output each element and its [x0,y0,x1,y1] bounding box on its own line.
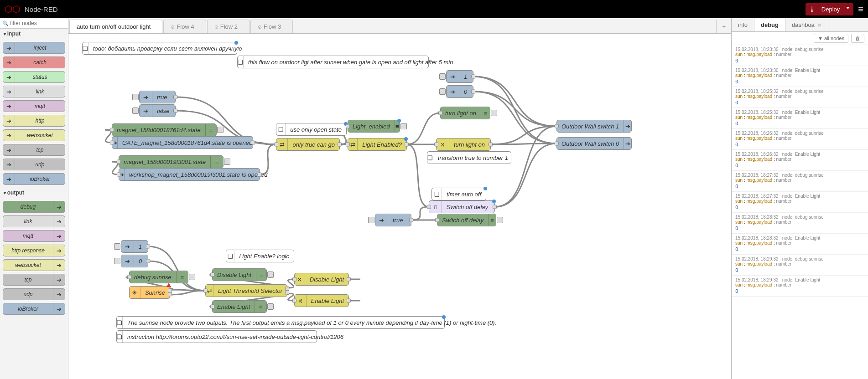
inject-0[interactable]: ➔0 [446,85,473,98]
iobroker-node[interactable]: ➔workshop_magnet_158d00019f3001.state Is… [119,168,260,181]
debug-message[interactable]: 15.02.2018, 18:25:32 node: Enable Lights… [732,108,868,129]
debug-node[interactable]: magnet_158d00019f3001.state≡ [119,155,223,168]
inject-button[interactable] [368,217,374,223]
inject-button[interactable] [114,243,120,250]
debug-toggle[interactable] [267,303,274,310]
tab-info[interactable]: info [732,18,754,31]
palette-node-status[interactable]: ➔status [3,71,65,83]
inject-true[interactable]: ➔true [139,91,176,103]
debug-node[interactable]: debug sunrise≡ [129,271,188,283]
deploy-button[interactable]: ⭳ Deploy [806,3,853,15]
debug-toggle[interactable] [497,217,503,223]
inject-1[interactable]: ➔1 [121,240,148,253]
tab-dashboard[interactable]: dashboa✕ [785,18,828,31]
debug-node[interactable]: turn light on≡ [440,107,490,119]
canvas[interactable]: ❏todo: добавить проверку если свет включ… [68,34,731,379]
debug-message[interactable]: 15.02.2018, 18:27:32 node: Enable Lights… [732,192,868,213]
change-node[interactable]: ⤨Disable Light [294,273,349,286]
debug-message[interactable]: 15.02.2018, 18:29:32 node: debug sunrise… [732,255,868,276]
palette-node-inject[interactable]: ➔inject [3,42,65,54]
change-node[interactable]: ⤨turn light on [436,138,491,151]
comment-node[interactable]: ❏Light Enable? logic [226,250,294,262]
debug-toggle[interactable] [224,159,230,165]
debug-message[interactable]: 15.02.2018, 18:27:32 node: debug sunrise… [732,171,868,192]
palette-node-http[interactable]: ➔http [3,115,65,127]
palette-node-tcp[interactable]: ➔tcp [3,144,65,156]
palette-node-ioBroker[interactable]: ioBroker➔ [3,303,65,315]
debug-toggle[interactable] [267,271,274,278]
debug-toggle[interactable] [217,127,223,133]
debug-message[interactable]: 15.02.2018, 18:29:32 node: Enable Lights… [732,276,868,297]
search-icon: 🔍 [2,20,9,26]
palette-node-link[interactable]: link➔ [3,215,65,227]
debug-toggle[interactable] [400,123,407,129]
change-node[interactable]: ⤨Enable Light [294,294,349,307]
clear-debug-button[interactable]: 🗑 [851,34,864,43]
comment-node[interactable]: ❏The sunrise node provide two outputs. T… [116,316,445,329]
switch-node[interactable]: ⇄only true can go [276,138,340,151]
tab-debug[interactable]: debug [754,18,785,31]
palette-node-udp[interactable]: udp➔ [3,288,65,300]
inject-0[interactable]: ➔0 [121,255,148,267]
switch-node[interactable]: ⇄Light Threshold Selector [205,284,287,297]
flow-tab[interactable]: ⊘Flow 4 [163,20,206,33]
sunrise-node[interactable]: ☀Sunrise [129,286,170,299]
palette-category-output[interactable]: output [0,188,68,198]
debug-node[interactable]: Enable Light≡ [212,300,267,313]
inject-button[interactable] [132,94,139,100]
add-flow-button[interactable]: + [716,20,731,33]
palette-node-debug[interactable]: debug➔ [3,201,65,213]
comment-node[interactable]: ❏use only open state [276,123,347,136]
menu-icon[interactable]: ≡ [858,4,863,15]
debug-node[interactable]: Switch off delay≡ [437,214,496,226]
switch-node[interactable]: ⇄Light Enabled? [348,138,407,151]
inject-true[interactable]: ➔true [375,214,411,226]
debug-toggle[interactable] [491,110,497,116]
flow-tab[interactable]: auto turn on/off outdoor light [69,20,162,33]
iobroker-out[interactable]: Outdoor Wall switch 0➔ [556,137,632,150]
close-icon[interactable]: ✕ [817,22,821,28]
debug-message[interactable]: 15.02.2018, 18:26:32 node: Enable Lights… [732,150,868,171]
palette-node-websocket[interactable]: ➔websocket [3,129,65,141]
palette-node-ioBroker[interactable]: ➔ioBroker [3,173,65,185]
comment-node[interactable]: ❏todo: добавить проверку если свет включ… [82,42,237,55]
inject-false[interactable]: ➔false [139,104,176,117]
inject-button[interactable] [439,88,446,95]
debug-message[interactable]: 15.02.2018, 18:26:32 node: debug sunrise… [732,129,868,150]
palette-node-http-response[interactable]: http response➔ [3,245,65,256]
debug-node[interactable]: Disable Light≡ [212,268,267,281]
comment-node[interactable]: ❏transform true to number 1 [427,151,511,164]
debug-message[interactable]: 15.02.2018, 18:28:32 node: debug sunrise… [732,213,868,234]
inject-button[interactable] [132,108,139,114]
inject-button[interactable] [114,258,120,264]
debug-message[interactable]: 15.02.2018, 18:25:32 node: debug sunrise… [732,87,868,108]
palette-node-catch[interactable]: ➔catch [3,56,65,68]
comment-node[interactable]: ❏this flow on outdoor ligt after sunset … [237,56,429,68]
app-header: ⬡⬡ Node-RED ⭳ Deploy ≡ [0,0,868,18]
inject-button[interactable] [439,73,446,80]
iobroker-node[interactable]: ➔GATE_magnet_158d00018761d4.state is ope… [112,136,253,149]
debug-message[interactable]: 15.02.2018, 18:28:32 node: Enable Lights… [732,234,868,255]
debug-message[interactable]: 15.02.2018, 18:23:30 node: Enable Lights… [732,66,868,87]
debug-message-list[interactable]: 15.02.2018, 18:23:30 node: debug sunrise… [732,45,868,379]
palette-search-input[interactable] [0,18,68,29]
debug-toggle[interactable] [189,274,195,280]
inject-1[interactable]: ➔1 [446,70,473,83]
palette-node-link[interactable]: ➔link [3,86,65,97]
iobroker-out[interactable]: Outdoor Wall switch 1➔ [556,120,632,133]
palette-node-tcp[interactable]: tcp➔ [3,274,65,286]
trigger-node[interactable]: ⎍Switch off delay [429,200,495,213]
debug-node[interactable]: Light_enabled≡ [348,120,400,133]
palette-node-websocket[interactable]: websocket➔ [3,259,65,271]
flow-tab[interactable]: ⊘Flow 2 [207,20,249,33]
palette-category-input[interactable]: input [0,29,68,39]
debug-message[interactable]: 15.02.2018, 18:23:30 node: debug sunrise… [732,45,868,66]
debug-node[interactable]: magnet_158d00018761d4.state≡ [112,123,217,136]
filter-all-nodes[interactable]: ▼ all nodes [814,34,848,43]
palette-node-udp[interactable]: ➔udp [3,159,65,170]
comment-node[interactable]: ❏instruction http://forums.opto22.com/t/… [116,330,317,343]
flow-tab[interactable]: ⊘Flow 3 [250,20,293,33]
palette-node-mqtt[interactable]: mqtt➔ [3,230,65,242]
palette-node-mqtt[interactable]: ➔mqtt [3,100,65,112]
comment-node[interactable]: ❏timer auto off [431,188,486,200]
